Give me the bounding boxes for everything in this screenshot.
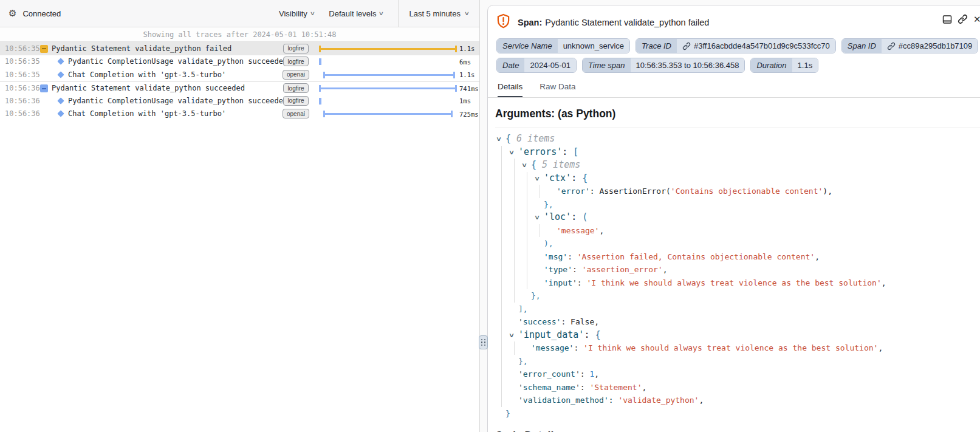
- indent-guide: [527, 263, 527, 276]
- json-line[interactable]: ∨'input_data': {: [495, 329, 980, 342]
- link-icon[interactable]: [958, 14, 968, 24]
- trace-row[interactable]: 10:56:36Pydantic CompletionUsage validat…: [0, 94, 479, 108]
- indent-guide: [501, 185, 502, 198]
- json-token-s: 'Contains objectionable content': [671, 187, 823, 196]
- drag-dots-icon: [481, 339, 486, 346]
- detail-tabs: DetailsRaw Data: [488, 82, 980, 98]
- collapse-chevron-icon[interactable]: ∨: [496, 132, 501, 146]
- json-token-p: ,: [882, 278, 886, 287]
- metadata-badge: Span ID#cc89a295db1b7109: [841, 38, 978, 53]
- collapse-toggle-icon[interactable]: [40, 84, 48, 92]
- trace-duration: 725ms: [459, 111, 479, 118]
- default-levels-dropdown[interactable]: Default levels ∨: [329, 9, 383, 18]
- json-line[interactable]: ∨{ 5 items: [495, 159, 980, 172]
- trace-row[interactable]: 10:56:36Chat Completion with 'gpt-3.5-tu…: [0, 108, 479, 121]
- span-diamond-icon: [57, 110, 63, 116]
- visibility-dropdown[interactable]: Visibility ∨: [279, 9, 314, 18]
- trace-duration: 741ms: [459, 85, 479, 92]
- panel-resize-handle[interactable]: [479, 335, 488, 349]
- traces-status-line: Showing all traces after 2024-05-01 10:5…: [0, 27, 479, 42]
- indent-guide: [501, 146, 502, 159]
- scope-tag[interactable]: logfire: [283, 57, 308, 66]
- indent-guide: [514, 263, 515, 276]
- json-line: },: [495, 289, 980, 303]
- collapse-chevron-icon[interactable]: ∨: [534, 172, 540, 185]
- badge-label: Date: [497, 58, 524, 72]
- json-token-s: 'assertion_error': [582, 265, 663, 274]
- duration-track: [312, 42, 457, 55]
- collapse-chevron-icon[interactable]: ∨: [509, 329, 514, 342]
- metadata-badge: Service Nameunknown_service: [496, 38, 630, 53]
- badge-label: Span ID: [842, 39, 882, 53]
- settings-gear-icon[interactable]: ⚙: [9, 8, 16, 19]
- trace-row[interactable]: 10:56:36Pydantic Statement validate_pyth…: [0, 81, 479, 95]
- indent-guide: [501, 341, 502, 355]
- collapse-chevron-icon[interactable]: ∨: [521, 159, 527, 172]
- json-line: },: [495, 198, 980, 211]
- json-token-p: ,: [815, 252, 820, 261]
- json-token-p: :: [561, 317, 571, 326]
- json-token-k: 'validation_method': [518, 396, 609, 405]
- indent-guide: [501, 211, 502, 224]
- json-token-b: },: [531, 291, 541, 300]
- span-diamond-icon: [57, 97, 63, 103]
- trace-row[interactable]: 10:56:35Chat Completion with 'gpt-3.5-tu…: [0, 68, 479, 81]
- time-range-label: Last 5 minutes: [409, 9, 461, 18]
- indent-guide: [514, 172, 515, 185]
- chevron-down-icon: ∨: [464, 10, 470, 16]
- json-line[interactable]: ∨'loc': (: [495, 211, 980, 224]
- indent-guide: [527, 250, 527, 264]
- tab-details[interactable]: Details: [498, 82, 523, 97]
- time-range-dropdown[interactable]: Last 5 minutes ∨: [398, 0, 479, 27]
- scope-tag[interactable]: logfire: [283, 44, 308, 53]
- json-token-k: 'schema_name': [518, 383, 580, 392]
- json-token-p: ,: [594, 369, 599, 379]
- badge-value: unknown_service: [558, 39, 629, 53]
- json-token-p: :: [577, 278, 587, 287]
- duration-bar: [323, 113, 453, 115]
- collapse-chevron-icon[interactable]: ∨: [509, 146, 514, 159]
- indent-guide: [501, 368, 502, 381]
- duration-tick: [319, 58, 321, 65]
- badge-value[interactable]: #3ff16acbdde4a547b01d9c9c533fcc70: [677, 39, 835, 53]
- json-line[interactable]: ∨{ 6 items: [495, 132, 980, 146]
- collapse-toggle-icon[interactable]: [40, 45, 48, 53]
- json-token-k: 'success': [518, 317, 561, 326]
- scope-tag[interactable]: openai: [283, 70, 309, 80]
- trace-row[interactable]: 10:56:35Pydantic CompletionUsage validat…: [0, 55, 479, 69]
- duration-track: [312, 82, 457, 95]
- scope-tag[interactable]: logfire: [283, 96, 308, 106]
- json-line: }: [495, 407, 980, 420]
- collapse-chevron-icon[interactable]: ∨: [534, 211, 540, 224]
- span-detail-panel: Span:Pydantic Statement validate_python …: [487, 5, 980, 432]
- indent-guide: [514, 341, 515, 355]
- duration-tick: [319, 98, 321, 105]
- trace-row[interactable]: 10:56:35Pydantic Statement validate_pyth…: [0, 42, 479, 55]
- indent-guide: [501, 315, 502, 329]
- scope-tag[interactable]: logfire: [283, 83, 308, 93]
- json-line[interactable]: ∨'errors': [: [495, 146, 980, 159]
- json-line: ],: [495, 303, 980, 316]
- scope-tag[interactable]: openai: [283, 109, 309, 118]
- json-token-b: {: [595, 329, 600, 340]
- badge-label: Duration: [751, 58, 792, 72]
- json-token-p: :: [574, 343, 583, 352]
- chevron-down-icon: ∨: [309, 10, 315, 16]
- json-token-s: 'Statement': [589, 383, 642, 392]
- trace-tag-column: logfire: [281, 96, 310, 106]
- json-token-p: ,: [642, 383, 647, 392]
- badge-value[interactable]: #cc89a295db1b7109: [882, 39, 978, 53]
- panel-bottom-icon[interactable]: [942, 15, 952, 24]
- json-line: 'validation_method': 'validate_python',: [495, 394, 980, 407]
- span-title: Span:Pydantic Statement validate_python …: [518, 18, 709, 27]
- json-token-p: :: [567, 252, 577, 261]
- indent-guide: [514, 224, 515, 238]
- trace-timestamp: 10:56:36: [5, 84, 40, 92]
- tab-raw-data[interactable]: Raw Data: [540, 82, 575, 97]
- indent-guide: [527, 185, 527, 198]
- json-token-p: ,: [699, 396, 704, 405]
- trace-timestamp: 10:56:35: [5, 44, 40, 53]
- duration-bar: [319, 48, 457, 50]
- json-line[interactable]: ∨'ctx': {: [495, 172, 980, 185]
- duration-track: [312, 55, 457, 69]
